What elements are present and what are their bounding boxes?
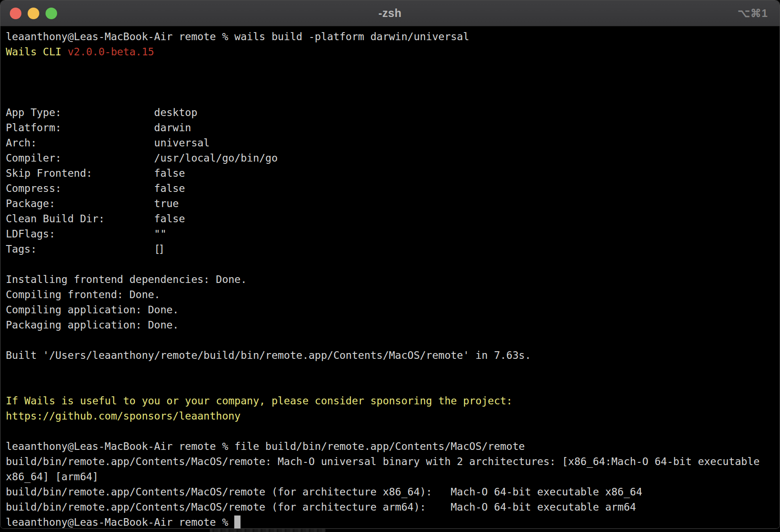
terminal-text-segment: Compiling application: Done.: [6, 304, 179, 316]
terminal-line: build/bin/remote.app/Contents/MacOS/remo…: [6, 499, 780, 515]
terminal-line: Platform: darwin: [6, 120, 780, 135]
terminal-text-segment: Package: true: [6, 198, 179, 209]
terminal-text-segment: If Wails is useful to you or your compan…: [6, 395, 512, 407]
terminal-text-segment: x86_64] [arm64]: [6, 471, 99, 482]
window-title: -zsh: [0, 7, 780, 20]
terminal-window: -zsh ⌥⌘1 leaanthony@Leas-MacBook-Air rem…: [0, 0, 780, 529]
terminal-line: [6, 257, 780, 272]
terminal-text-segment: build/bin/remote.app/Contents/MacOS/remo…: [6, 456, 759, 467]
window-shortcut-badge: ⌥⌘1: [738, 0, 768, 26]
terminal-line: [6, 378, 780, 393]
terminal-line: Package: true: [6, 196, 780, 211]
terminal-text-segment: App Type: desktop: [6, 107, 197, 118]
terminal-line: If Wails is useful to you or your compan…: [6, 393, 780, 408]
terminal-line: Compress: false: [6, 181, 780, 196]
terminal-text-segment: []: [154, 243, 165, 255]
terminal-line: Built '/Users/leaanthony/remote/build/bi…: [6, 348, 780, 363]
terminal-line: [6, 75, 780, 90]
terminal-line: x86_64] [arm64]: [6, 469, 780, 484]
terminal-cursor: [234, 515, 241, 528]
terminal-text-segment: leaanthony@Leas-MacBook-Air remote % wai…: [6, 31, 469, 42]
terminal-text-segment: Packaging application: Done.: [6, 319, 179, 331]
terminal-text-segment: Built '/Users/leaanthony/remote/build/bi…: [6, 349, 531, 361]
terminal-text-segment: Clean Build Dir: false: [6, 213, 185, 224]
terminal-text-segment: leaanthony@Leas-MacBook-Air remote %: [6, 516, 234, 528]
terminal-line: build/bin/remote.app/Contents/MacOS/remo…: [6, 454, 780, 469]
minimize-button-icon[interactable]: [28, 8, 39, 19]
traffic-lights: [10, 0, 57, 26]
terminal-line: [6, 332, 780, 348]
terminal-line: Compiler: /usr/local/go/bin/go: [6, 150, 780, 166]
terminal-text-segment: v2.0.0-beta.15: [67, 46, 154, 58]
terminal-text-segment: build/bin/remote.app/Contents/MacOS/remo…: [6, 501, 636, 513]
terminal-line: leaanthony@Leas-MacBook-Air remote % fil…: [6, 439, 780, 454]
terminal-text-segment: build/bin/remote.app/Contents/MacOS/remo…: [6, 486, 642, 498]
terminal-text-segment: Compiling frontend: Done.: [6, 289, 160, 300]
terminal-line: [6, 59, 780, 75]
background-window-sliver: [210, 529, 326, 532]
terminal-line: leaanthony@Leas-MacBook-Air remote %: [6, 515, 780, 529]
terminal-line: leaanthony@Leas-MacBook-Air remote % wai…: [6, 29, 780, 44]
terminal-text-segment: Compress: false: [6, 183, 185, 194]
terminal-line: App Type: desktop: [6, 105, 780, 120]
terminal-line: Clean Build Dir: false: [6, 211, 780, 226]
terminal-text-segment: Installing frontend dependencies: Done.: [6, 274, 247, 285]
terminal-line: Compiling application: Done.: [6, 302, 780, 317]
terminal-line: LDFlags: "": [6, 226, 780, 241]
close-button-icon[interactable]: [10, 8, 21, 19]
desktop: -zsh ⌥⌘1 leaanthony@Leas-MacBook-Air rem…: [0, 0, 780, 532]
terminal-text-segment: LDFlags: "": [6, 228, 166, 240]
terminal-line: build/bin/remote.app/Contents/MacOS/remo…: [6, 484, 780, 499]
window-titlebar[interactable]: -zsh ⌥⌘1: [0, 0, 780, 26]
terminal-line: Wails CLI v2.0.0-beta.15: [6, 44, 780, 59]
terminal-line: Arch: universal: [6, 135, 780, 150]
terminal-line: Installing frontend dependencies: Done.: [6, 272, 780, 287]
terminal-text-segment: Wails CLI: [6, 46, 67, 58]
terminal-screen[interactable]: leaanthony@Leas-MacBook-Air remote % wai…: [0, 27, 780, 528]
terminal-line: Packaging application: Done.: [6, 317, 780, 332]
terminal-line: Skip Frontend: false: [6, 166, 780, 181]
terminal-line: [6, 90, 780, 105]
terminal-line: https://github.com/sponsors/leaanthony: [6, 408, 780, 424]
terminal-text-segment: Tags:: [6, 243, 154, 255]
terminal-line: Tags: []: [6, 241, 780, 257]
terminal-line: [6, 363, 780, 378]
terminal-text-segment: Compiler: /usr/local/go/bin/go: [6, 152, 278, 164]
terminal-line: [6, 424, 780, 439]
terminal-line: Compiling frontend: Done.: [6, 287, 780, 302]
terminal-text-segment: leaanthony@Leas-MacBook-Air remote % fil…: [6, 441, 525, 452]
terminal-text-segment: https://github.com/sponsors/leaanthony: [6, 410, 241, 422]
terminal-text-segment: Skip Frontend: false: [6, 167, 185, 179]
terminal-text-segment: Platform: darwin: [6, 122, 191, 133]
terminal-text-segment: Arch: universal: [6, 137, 210, 149]
zoom-button-icon[interactable]: [46, 8, 57, 19]
